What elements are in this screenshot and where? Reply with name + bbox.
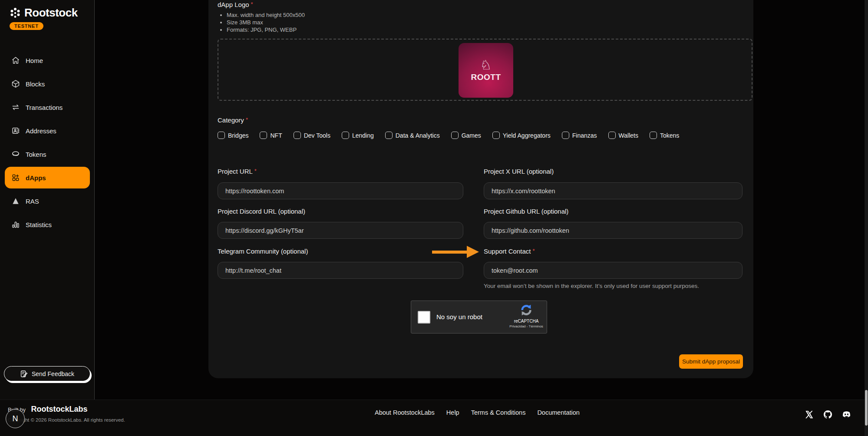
feedback-icon bbox=[20, 370, 28, 378]
sidebar-item-tokens[interactable]: Tokens bbox=[0, 142, 95, 166]
recaptcha-privacy-terms-links[interactable]: Privacidad - Términos bbox=[508, 324, 544, 328]
telegram-community-label: Telegram Community (optional) bbox=[218, 248, 463, 255]
sidebar-item-addresses[interactable]: Addresses bbox=[0, 119, 95, 142]
category-checkbox-yield-aggregators[interactable]: Yield Aggregators bbox=[492, 132, 551, 139]
recaptcha-checkbox-label: No soy un robot bbox=[436, 313, 482, 320]
category-checkbox-nft[interactable]: NFT bbox=[260, 132, 282, 139]
category-label: Category* bbox=[218, 116, 248, 124]
project-discord-url-label: Project Discord URL (optional) bbox=[218, 208, 463, 215]
footer-links: About RootstockLabs Help Terms & Conditi… bbox=[375, 409, 580, 416]
tokens-icon bbox=[11, 150, 20, 159]
sidebar-item-transactions[interactable]: Transactions bbox=[0, 96, 95, 119]
sidebar-item-statistics[interactable]: Statistics bbox=[0, 213, 95, 236]
recaptcha-brand-name: reCAPTCHA bbox=[508, 319, 544, 324]
addresses-icon bbox=[11, 126, 20, 135]
knight-chess-icon: ♘ bbox=[480, 59, 492, 72]
brand-name: Rootstock bbox=[24, 6, 78, 20]
sidebar: Rootstock TESTNET Home Blocks Transactio… bbox=[0, 0, 95, 400]
dapp-logo-rules: Max. width and height 500x500 Size 3MB m… bbox=[227, 11, 305, 33]
home-icon bbox=[11, 56, 20, 65]
logo-preview-text: ROOTT bbox=[471, 73, 501, 82]
sidebar-item-label: Statistics bbox=[26, 221, 52, 228]
recaptcha-widget: No soy un robot reCAPTCHA Privacidad - T… bbox=[411, 301, 547, 334]
arrow-annotation bbox=[432, 246, 479, 258]
blocks-icon bbox=[11, 79, 20, 88]
project-url-input[interactable] bbox=[218, 182, 463, 199]
github-icon[interactable] bbox=[823, 410, 833, 419]
project-github-url-label: Project Github URL (optional) bbox=[484, 208, 743, 215]
recaptcha-branding: reCAPTCHA Privacidad - Términos bbox=[508, 304, 544, 328]
sidebar-item-dapps[interactable]: dApps bbox=[5, 167, 90, 188]
sidebar-item-label: Tokens bbox=[26, 151, 46, 158]
telegram-community-input[interactable] bbox=[218, 262, 463, 279]
category-checkbox-tokens[interactable]: Tokens bbox=[650, 132, 679, 139]
logo-dropzone[interactable]: ♘ ROOTT bbox=[218, 39, 752, 101]
footer-link-help[interactable]: Help bbox=[446, 409, 459, 416]
copyright-text: Copyright © 2026 RootstockLabs. All righ… bbox=[8, 417, 125, 423]
footer-link-documentation[interactable]: Documentation bbox=[537, 409, 580, 416]
project-x-url-input[interactable] bbox=[484, 182, 743, 199]
sidebar-nav: Home Blocks Transactions Addresses Token… bbox=[0, 49, 95, 236]
n-overlay-badge[interactable]: N bbox=[6, 409, 25, 428]
category-checkbox-finanzas[interactable]: Finanzas bbox=[562, 132, 597, 139]
support-contact-input[interactable] bbox=[484, 262, 743, 279]
project-x-url-label: Project X URL (optional) bbox=[484, 168, 743, 175]
logo-rule: Size 3MB max bbox=[227, 19, 305, 26]
category-checkbox-dev-tools[interactable]: Dev Tools bbox=[294, 132, 330, 139]
support-contact-label: Support Contact* bbox=[484, 248, 743, 255]
footer: Built by RootstockLabs Copyright © 2026 … bbox=[0, 400, 868, 436]
footer-company-name: RootstockLabs bbox=[31, 405, 87, 413]
rootstock-flower-icon bbox=[10, 7, 21, 19]
page: Rootstock TESTNET Home Blocks Transactio… bbox=[0, 0, 868, 436]
footer-social-icons bbox=[804, 410, 851, 419]
brand-logo[interactable]: Rootstock TESTNET bbox=[10, 6, 78, 30]
sidebar-item-label: Transactions bbox=[26, 104, 63, 111]
scrollbar-thumb[interactable] bbox=[865, 390, 868, 426]
discord-icon[interactable] bbox=[842, 410, 851, 419]
sidebar-item-ras[interactable]: RAS bbox=[0, 189, 95, 213]
support-contact-helper: Your email won’t be shown in the explore… bbox=[484, 283, 699, 289]
logo-preview: ♘ ROOTT bbox=[459, 43, 513, 98]
logo-rule: Max. width and height 500x500 bbox=[227, 11, 305, 19]
arrow-head bbox=[467, 246, 479, 258]
category-checkbox-wallets[interactable]: Wallets bbox=[608, 132, 638, 139]
required-asterisk: * bbox=[251, 1, 253, 7]
footer-link-terms[interactable]: Terms & Conditions bbox=[471, 409, 526, 416]
category-checkbox-data-analytics[interactable]: Data & Analytics bbox=[385, 132, 440, 139]
category-options: Bridges NFT Dev Tools Lending Data & Ana… bbox=[218, 132, 679, 139]
transactions-icon bbox=[11, 103, 20, 112]
required-asterisk: * bbox=[246, 116, 248, 123]
sidebar-item-label: RAS bbox=[26, 198, 39, 205]
sidebar-item-label: Addresses bbox=[26, 127, 56, 135]
category-checkbox-bridges[interactable]: Bridges bbox=[218, 132, 248, 139]
testnet-badge: TESTNET bbox=[10, 22, 43, 30]
dapp-logo-label: dApp Logo* bbox=[218, 1, 253, 8]
scrollbar-track[interactable] bbox=[865, 0, 868, 436]
required-asterisk: * bbox=[254, 168, 257, 174]
footer-brand-block: Built by RootstockLabs Copyright © 2026 … bbox=[8, 405, 125, 423]
arrow-tail bbox=[432, 251, 468, 254]
category-checkbox-games[interactable]: Games bbox=[451, 132, 481, 139]
ras-icon bbox=[11, 197, 20, 205]
sidebar-item-blocks[interactable]: Blocks bbox=[0, 72, 95, 96]
send-feedback-label: Send Feedback bbox=[32, 370, 74, 377]
sidebar-item-label: Home bbox=[26, 57, 43, 64]
project-github-url-input[interactable] bbox=[484, 222, 743, 239]
recaptcha-checkbox[interactable] bbox=[418, 311, 430, 324]
category-checkbox-lending[interactable]: Lending bbox=[342, 132, 374, 139]
x-icon[interactable] bbox=[804, 410, 814, 419]
recaptcha-icon bbox=[520, 304, 533, 317]
statistics-icon bbox=[11, 220, 20, 229]
sidebar-item-label: Blocks bbox=[26, 80, 45, 88]
project-url-label: Project URL* bbox=[218, 168, 463, 175]
required-asterisk: * bbox=[532, 248, 535, 254]
sidebar-item-home[interactable]: Home bbox=[0, 49, 95, 72]
submit-dapp-proposal-button[interactable]: Submit dApp proposal bbox=[679, 354, 743, 369]
send-feedback-button[interactable]: Send Feedback bbox=[4, 366, 90, 381]
footer-link-about[interactable]: About RootstockLabs bbox=[375, 409, 435, 416]
project-discord-url-input[interactable] bbox=[218, 222, 463, 239]
logo-rule: Formats: JPG, PNG, WEBP bbox=[227, 26, 305, 33]
dapps-icon bbox=[11, 173, 20, 182]
dapp-proposal-form: dApp Logo* Max. width and height 500x500… bbox=[208, 0, 753, 378]
sidebar-item-label: dApps bbox=[26, 174, 46, 182]
